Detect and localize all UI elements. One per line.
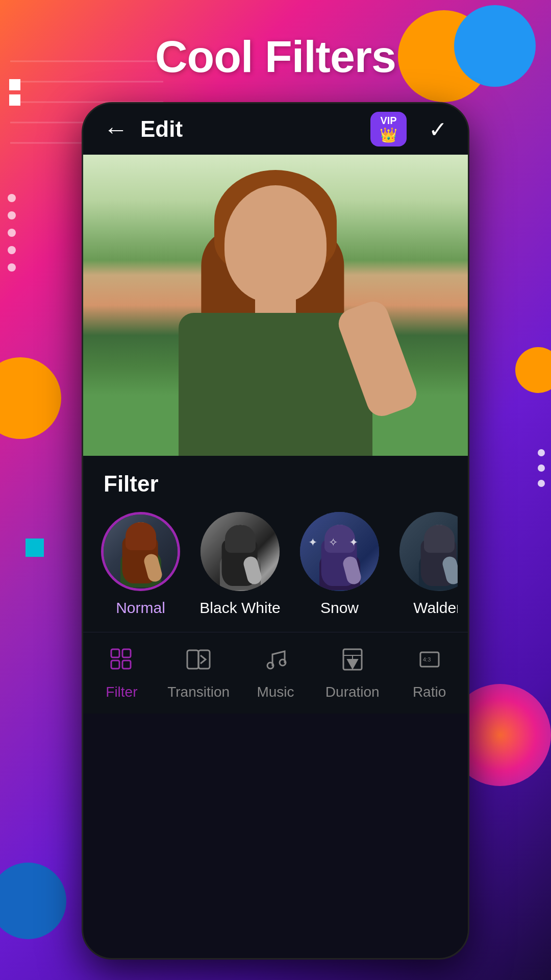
svg-rect-7 <box>111 660 119 669</box>
svg-rect-8 <box>122 660 131 669</box>
nav-item-filter[interactable]: Filter <box>83 646 160 700</box>
filter-item-snow[interactable]: Snow <box>297 512 382 617</box>
nav-label-filter: Filter <box>106 684 137 700</box>
nav-item-transition[interactable]: Transition <box>160 646 237 700</box>
filter-icon <box>108 646 135 679</box>
music-icon <box>262 646 289 679</box>
nav-label-duration: Duration <box>325 684 380 700</box>
photo-background <box>83 155 468 456</box>
svg-rect-6 <box>122 649 131 657</box>
filter-label-snow: Snow <box>320 599 359 617</box>
filter-item-walden[interactable]: Walden <box>397 512 458 617</box>
filter-label-black-white: Black White <box>199 599 280 617</box>
svg-text:4:3: 4:3 <box>423 656 431 663</box>
svg-rect-5 <box>111 649 119 657</box>
filter-section-title: Filter <box>93 471 458 497</box>
woman-figure <box>133 170 418 456</box>
duration-icon <box>339 646 366 679</box>
filter-label-normal: Normal <box>116 599 165 617</box>
header-title: Edit <box>140 116 183 142</box>
svg-rect-9 <box>187 650 198 669</box>
phone-device: ← Edit VIP 👑 ✓ Filter <box>82 102 469 960</box>
svg-marker-17 <box>347 659 358 669</box>
nav-item-duration[interactable]: Duration <box>314 646 391 700</box>
dots-left <box>8 194 16 281</box>
svg-rect-10 <box>198 650 210 669</box>
filter-label-walden: Walden <box>413 599 458 617</box>
nav-item-ratio[interactable]: 4:3 Ratio <box>391 646 468 700</box>
vip-label: VIP <box>380 115 396 127</box>
dots-right <box>538 449 545 495</box>
image-area <box>83 155 468 456</box>
check-button[interactable]: ✓ <box>429 116 447 142</box>
face <box>224 185 327 303</box>
filter-item-black-white[interactable]: Black White <box>198 512 282 617</box>
back-button[interactable]: ← <box>104 115 128 143</box>
nav-label-ratio: Ratio <box>413 684 446 700</box>
nav-label-music: Music <box>257 684 294 700</box>
bottom-nav: Filter Transition <box>83 632 468 714</box>
page-title: Cool Filters <box>0 31 551 83</box>
nav-label-transition: Transition <box>167 684 230 700</box>
sq-decor <box>9 79 20 110</box>
ratio-icon: 4:3 <box>416 646 443 679</box>
vip-badge[interactable]: VIP 👑 <box>370 112 407 146</box>
teal-sq-decoration <box>26 538 44 557</box>
bottom-panel: Filter Normal <box>83 456 468 632</box>
filter-row: Normal Black White <box>93 512 458 632</box>
transition-icon <box>185 646 212 679</box>
phone-header: ← Edit VIP 👑 ✓ <box>83 104 468 155</box>
filter-item-normal[interactable]: Normal <box>98 512 183 617</box>
nav-item-music[interactable]: Music <box>237 646 314 700</box>
vip-crown-icon: 👑 <box>380 127 397 143</box>
